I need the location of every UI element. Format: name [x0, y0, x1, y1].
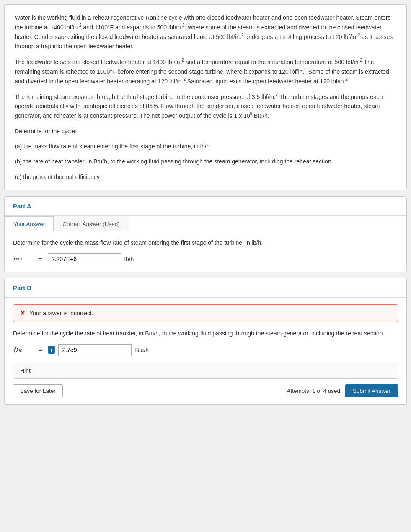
submit-answer-button[interactable]: Submit Answer: [345, 384, 398, 397]
attempts-text: Attempts: 1 of 4 used: [287, 388, 340, 394]
tab-correct-answer-a[interactable]: Correct Answer (Used): [54, 216, 129, 231]
hint-toggle[interactable]: Hint: [13, 363, 398, 378]
part-b-card: Part B ✕ Your answer is incorrect. Deter…: [4, 278, 407, 404]
tab-your-answer-a[interactable]: Your Answer: [5, 216, 54, 231]
answer-row-a: ṁ1 = lb/h: [13, 253, 398, 265]
tab-correct-answer-label: Correct Answer (Used): [62, 221, 120, 227]
part-b-body: ✕ Your answer is incorrect. Determine fo…: [5, 304, 406, 404]
tab-content-a: Determine for the cycle the mass flow ra…: [5, 238, 406, 265]
mass-flow-label: ṁ1: [13, 256, 34, 262]
m-dot-symbol: ṁ: [13, 256, 19, 262]
info-button[interactable]: i: [48, 346, 55, 354]
heat-transfer-label: Q̇in: [13, 347, 34, 353]
answer-row-b: Q̇in = i Btu/h: [13, 344, 398, 356]
tab-content-b: Determine for the cycle the rate of heat…: [5, 329, 406, 356]
determine-text-b: Determine for the cycle the rate of heat…: [13, 329, 398, 338]
submit-label: Submit Answer: [353, 388, 390, 394]
tab-your-answer-label: Your Answer: [13, 221, 45, 227]
determine-text-a: Determine for the cycle the mass flow ra…: [13, 238, 398, 247]
subscript-in: in: [19, 347, 23, 353]
hint-label: Hint: [20, 367, 31, 374]
mass-flow-input[interactable]: [48, 253, 121, 265]
heat-transfer-unit: Btu/h: [135, 347, 149, 353]
subscript-1: 1: [20, 257, 22, 262]
attempts-submit-row: Attempts: 1 of 4 used Submit Answer: [287, 384, 398, 397]
equals-sign-a: =: [39, 256, 43, 263]
q-dot-symbol: Q̇: [13, 347, 18, 353]
hint-section: Hint: [13, 363, 398, 379]
tabs-row-a: Your Answer Correct Answer (Used): [5, 216, 406, 231]
part-a-card: Part A Your Answer Correct Answer (Used)…: [4, 196, 407, 272]
footer-row: Save for Later Attempts: 1 of 4 used Sub…: [5, 379, 406, 397]
problem-paragraph-1: Water is the working fluid in a reheat-r…: [15, 13, 396, 51]
error-banner: ✕ Your answer is incorrect.: [13, 304, 398, 322]
determine-intro: Determine for the cycle:: [15, 127, 396, 136]
heat-transfer-input[interactable]: [58, 344, 132, 356]
part-b-title: Part B: [13, 284, 31, 291]
part-a-description: (a) the mass flow rate of steam entering…: [15, 142, 396, 151]
mass-flow-unit: lb/h: [124, 256, 134, 262]
error-icon: ✕: [20, 310, 25, 317]
part-a-body: Your Answer Correct Answer (Used) Determ…: [5, 216, 406, 272]
part-a-header: Part A: [5, 197, 406, 216]
problem-card: Water is the working fluid in a reheat-r…: [4, 4, 407, 190]
equals-sign-b: =: [39, 346, 43, 353]
save-later-button[interactable]: Save for Later: [13, 384, 63, 397]
save-later-label: Save for Later: [20, 388, 56, 394]
part-a-title: Part A: [13, 202, 31, 210]
part-c-description: (c) the percent thermal efficiency.: [15, 172, 396, 182]
part-b-description: (b) the rate of heat transfer, in Btu/h,…: [15, 157, 396, 166]
problem-paragraph-2: The feedwater leaves the closed feedwate…: [15, 57, 396, 86]
part-b-header: Part B: [5, 278, 406, 298]
error-text: Your answer is incorrect.: [29, 310, 93, 317]
problem-paragraph-3: The remaining steam expands through the …: [15, 92, 396, 120]
